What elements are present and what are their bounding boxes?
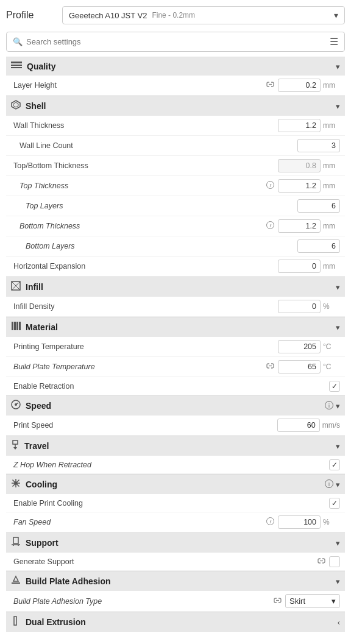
setting-unit-shell-3: mm [323,182,340,190]
section-header-infill[interactable]: Infill▾ [6,277,345,297]
speed-section-icon [11,400,21,412]
setting-label-shell-0: Wall Thickness [13,121,278,130]
setting-label-shell-4: Top Layers [13,202,297,210]
section-title-quality: Quality [27,62,336,71]
profile-chevron-icon: ▾ [334,10,338,20]
svg-text:f: f [269,223,271,228]
section-header-dual-extrusion[interactable]: Dual Extrusion‹ [6,612,345,632]
setting-label-speed-0: Print Speed [13,421,277,430]
setting-row-material-1: Build Plate Temperature65°C [6,357,345,377]
setting-row-shell-2: Top/Bottom Thickness0.8mm [6,156,345,176]
checkbox-support-0[interactable] [329,556,340,567]
setting-unit-shell-2: mm [323,161,340,170]
setting-row-infill-0: Infill Density0% [6,297,345,317]
setting-value-speed-0[interactable]: 60 [277,419,320,432]
check-mark: ✓ [332,499,338,508]
support-section-icon [11,537,21,549]
material-section-icon [11,321,21,333]
setting-row-support-0: Generate Support [6,553,345,571]
setting-value-shell-4[interactable]: 6 [297,199,340,213]
setting-unit-cooling-1: % [323,518,340,526]
setting-value-material-1[interactable]: 65 [278,360,321,373]
setting-unit-quality-0: mm [323,81,340,90]
setting-label-material-1: Build Plate Temperature [13,363,266,371]
section-header-quality[interactable]: Quality▾ [6,57,345,76]
svg-marker-25 [13,447,17,450]
setting-value-material-0[interactable]: 205 [278,340,321,353]
section-header-material[interactable]: Material▾ [6,317,345,337]
setting-label-material-2: Enable Retraction [13,382,329,391]
setting-unit-shell-0: mm [323,121,340,130]
section-header-shell[interactable]: Shell▾ [6,96,345,116]
link-icon-support-0[interactable] [317,557,325,567]
checkbox-material-2[interactable]: ✓ [329,381,340,392]
search-bar: 🔍 ☰ [6,32,345,52]
dropdown-chevron-build-plate-adhesion-0: ▾ [332,596,336,606]
dropdown-build-plate-adhesion-0[interactable]: Skirt▾ [285,594,340,608]
setting-unit-shell-5: mm [323,222,340,230]
section-header-build-plate-adhesion[interactable]: Build Plate Adhesion▾ [6,571,345,591]
section-header-cooling[interactable]: Coolingi▾ [6,474,345,494]
link-icon-build-plate-adhesion-0[interactable] [274,596,282,606]
section-title-shell: Shell [26,101,336,111]
setting-value-infill-0[interactable]: 0 [278,300,321,313]
section-chevron-build-plate-adhesion: ▾ [336,577,340,586]
svg-marker-43 [14,617,16,625]
section-header-speed[interactable]: Speedi▾ [6,395,345,416]
setting-label-infill-0: Infill Density [13,302,278,311]
setting-row-cooling-1: Fan Speedf100% [6,512,345,533]
setting-value-shell-7[interactable]: 0 [278,260,321,273]
link-icon-quality-0[interactable] [266,80,274,90]
setting-row-shell-3: Top Thicknessf1.2mm [6,176,345,196]
svg-rect-16 [19,322,21,330]
setting-label-shell-1: Wall Line Count [13,141,297,150]
setting-row-shell-5: Bottom Thicknessf1.2mm [6,216,345,236]
svg-marker-41 [13,576,18,581]
svg-rect-23 [13,441,18,444]
link-icon-material-1[interactable] [266,362,274,372]
section-chevron-material: ▾ [336,323,340,332]
setting-value-shell-5[interactable]: 1.2 [278,219,321,233]
section-title-cooling: Cooling [26,479,325,489]
setting-value-shell-1[interactable]: 3 [297,139,340,152]
setting-label-cooling-1: Fan Speed [13,518,266,526]
setting-value-cooling-1[interactable]: 100 [278,515,321,529]
setting-label-travel-0: Z Hop When Retracted [13,461,329,469]
section-chevron-cooling: ▾ [336,480,340,489]
svg-marker-4 [12,101,20,109]
section-title-build-plate-adhesion: Build Plate Adhesion [26,576,336,586]
section-chevron-infill: ▾ [336,283,340,292]
menu-icon[interactable]: ☰ [330,36,338,48]
setting-value-shell-6[interactable]: 6 [297,239,340,253]
svg-text:i: i [328,403,330,409]
quality-section-icon [11,61,22,72]
section-info-cooling[interactable]: i [325,479,333,490]
setting-label-quality-0: Layer Height [13,81,266,90]
func-icon-cooling-1[interactable]: f [266,517,274,527]
checkbox-cooling-0[interactable]: ✓ [329,498,340,509]
setting-label-shell-2: Top/Bottom Thickness [13,161,278,170]
section-info-speed[interactable]: i [325,401,333,411]
svg-rect-14 [14,322,16,330]
profile-select[interactable]: Geeetech A10 JST V2 Fine - 0.2mm ▾ [62,6,345,24]
section-header-support[interactable]: Support▾ [6,533,345,553]
setting-label-material-0: Printing Temperature [13,342,278,351]
checkbox-travel-0[interactable]: ✓ [329,459,340,470]
setting-value-quality-0[interactable]: 0.2 [278,79,321,92]
travel-section-icon [11,440,20,452]
setting-label-shell-7: Horizontal Expansion [13,262,278,271]
section-chevron-speed: ▾ [336,402,340,411]
section-title-support: Support [26,538,336,548]
search-input[interactable] [26,37,326,46]
check-mark: ✓ [332,461,338,469]
setting-label-shell-6: Bottom Layers [13,242,297,250]
setting-unit-shell-7: mm [323,262,340,271]
func-icon-shell-5[interactable]: f [266,221,274,231]
setting-value-shell-3[interactable]: 1.2 [278,179,321,193]
setting-value-shell-0[interactable]: 1.2 [278,119,321,132]
build-plate-adhesion-section-icon [11,575,21,587]
check-mark: ✓ [332,382,338,391]
setting-label-support-0: Generate Support [13,557,317,566]
section-header-travel[interactable]: Travel▾ [6,436,345,456]
func-icon-shell-3[interactable]: f [266,181,274,191]
